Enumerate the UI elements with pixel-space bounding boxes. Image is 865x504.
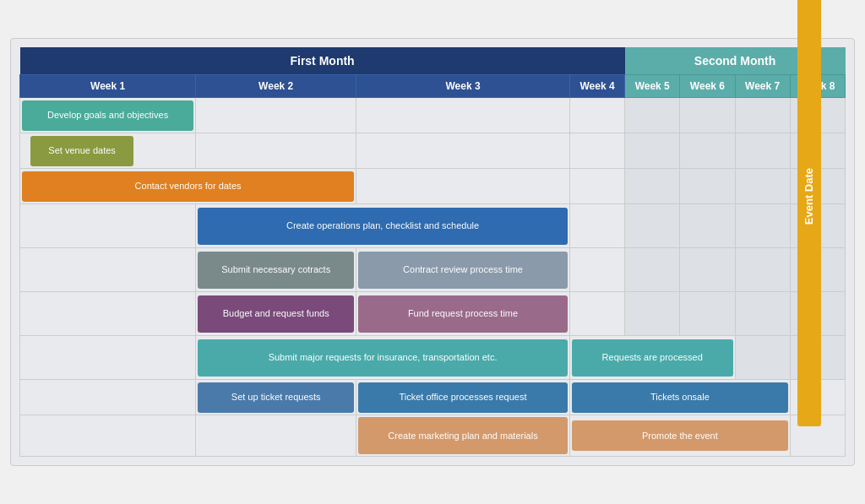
row6-col6 [735, 336, 790, 380]
row5-col6 [735, 292, 790, 336]
row0-col2 [356, 98, 570, 133]
gantt-row-2: Contact vendors for dates [20, 169, 846, 204]
month-header-row: First Month Second Month [20, 47, 846, 75]
task-ticket-setup: Set up ticket requests [198, 382, 354, 413]
row5-col2: Fund request process time [356, 292, 570, 336]
week-1-header: Week 1 [20, 75, 196, 98]
row6-col1-2: Submit major requests for insurance, tra… [196, 336, 570, 380]
row2-col2 [356, 169, 570, 204]
week-7-header: Week 7 [735, 75, 790, 98]
row5-col4 [625, 292, 680, 336]
row4-col4 [625, 248, 680, 292]
row7-col2: Ticket office processes request [356, 380, 570, 415]
row3-col6 [735, 204, 790, 248]
row2-col5 [680, 169, 735, 204]
row1-col4 [625, 133, 680, 169]
month-first: First Month [20, 47, 625, 75]
row0-col1 [196, 98, 356, 133]
row4-col6 [735, 248, 790, 292]
row5-col1: Budget and request funds [196, 292, 356, 336]
row4-col1: Submit necessary cotracts [196, 248, 356, 292]
task-contract-review: Contract review process time [358, 252, 568, 289]
row1-col3 [569, 133, 624, 169]
week-4-header: Week 4 [569, 75, 624, 98]
row3-col5 [680, 204, 735, 248]
row0-col3 [569, 98, 624, 133]
gantt-row-4: Submit necessary cotracts Contract revie… [20, 248, 846, 292]
row0-col4 [625, 98, 680, 133]
row4-col0 [20, 248, 196, 292]
gantt-row-8: Create marketing plan and materials Prom… [20, 415, 846, 457]
row5-col0 [20, 292, 196, 336]
row0-col6 [735, 98, 790, 133]
row2-col0-1: Contact vendors for dates [20, 169, 356, 204]
task-major-requests: Submit major requests for insurance, tra… [198, 339, 568, 377]
row3-col3 [569, 204, 624, 248]
task-ticket-office: Ticket office processes request [358, 382, 568, 413]
task-fund-request: Fund request process time [358, 295, 568, 333]
row2-col6 [735, 169, 790, 204]
row3-col0 [20, 204, 196, 248]
row8-col1 [196, 415, 356, 457]
row1-col1 [196, 133, 356, 169]
task-contact-vendors: Contact vendors for dates [22, 171, 354, 202]
row0-col0: Develop goals and objectives [20, 98, 196, 133]
row5-col5 [680, 292, 735, 336]
row2-col4 [625, 169, 680, 204]
gantt-row-1: Set venue dates [20, 133, 846, 169]
task-set-venue: Set venue dates [30, 136, 133, 166]
row1-col2 [356, 133, 570, 169]
gantt-chart: First Month Second Month Week 1 Week 2 W… [10, 38, 855, 466]
task-develop-goals: Develop goals and objectives [22, 100, 193, 131]
row4-col3 [569, 248, 624, 292]
task-tickets-onsale: Tickets onsale [572, 382, 788, 413]
row1-col6 [735, 133, 790, 169]
event-date-label: Event Date [802, 168, 815, 225]
row4-col2: Contract review process time [356, 248, 570, 292]
row6-col3-5: Requests are processed [569, 336, 735, 380]
gantt-row-3: Create operations plan, checklist and sc… [20, 204, 846, 248]
week-6-header: Week 6 [680, 75, 735, 98]
row3-col4 [625, 204, 680, 248]
row0-col5 [680, 98, 735, 133]
row7-col7: Event Date [790, 380, 845, 415]
row3-col1-2: Create operations plan, checklist and sc… [196, 204, 570, 248]
row1-col5 [680, 133, 735, 169]
row2-col3 [569, 169, 624, 204]
row6-col0 [20, 336, 196, 380]
gantt-row-0: Develop goals and objectives [20, 98, 846, 133]
row8-col3-6: Promote the event [569, 415, 790, 457]
row1-col0: Set venue dates [20, 133, 196, 169]
gantt-row-7: Set up ticket requests Ticket office pro… [20, 380, 846, 415]
task-requests-processed: Requests are processed [572, 339, 733, 377]
row4-col5 [680, 248, 735, 292]
task-operations-plan: Create operations plan, checklist and sc… [198, 208, 568, 245]
week-3-header: Week 3 [356, 75, 570, 98]
row7-col0 [20, 380, 196, 415]
row7-col3-6: Tickets onsale [569, 380, 790, 415]
row7-col1: Set up ticket requests [196, 380, 356, 415]
week-header-row: Week 1 Week 2 Week 3 Week 4 Week 5 Week … [20, 75, 846, 98]
row8-col2: Create marketing plan and materials [356, 415, 570, 457]
row5-col3 [569, 292, 624, 336]
week-2-header: Week 2 [196, 75, 356, 98]
week-5-header: Week 5 [625, 75, 680, 98]
task-submit-contracts: Submit necessary cotracts [198, 252, 354, 289]
task-marketing-plan: Create marketing plan and materials [358, 417, 568, 454]
row8-col0 [20, 415, 196, 457]
task-promote: Promote the event [572, 420, 788, 451]
task-budget: Budget and request funds [198, 295, 354, 333]
gantt-row-5: Budget and request funds Fund request pr… [20, 292, 846, 336]
gantt-row-6: Submit major requests for insurance, tra… [20, 336, 846, 380]
